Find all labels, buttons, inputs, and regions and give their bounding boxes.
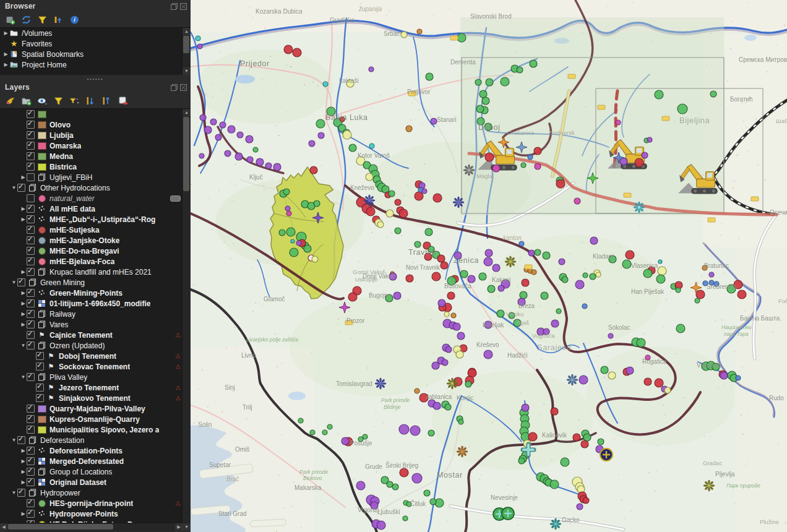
- layer-row-krupac-landfill-and-mhes-2021[interactable]: ▶Krupac landfill and mHEs 2021: [0, 267, 191, 277]
- float-panel-icon[interactable]: [171, 3, 178, 10]
- layer-row-quarry-majdan-pilva-valley[interactable]: Quarry-Majdan-Pilva-Valley: [0, 403, 191, 414]
- expand-arrow-icon[interactable]: ▶: [20, 217, 27, 222]
- layer-row-hydropower-points[interactable]: ▶Hydropower-Points: [0, 508, 191, 519]
- expand-arrow-icon[interactable]: ▶: [20, 269, 27, 275]
- layer-checkbox[interactable]: [27, 205, 35, 213]
- expand-arrow-icon[interactable]: ▼: [20, 374, 27, 380]
- browser-item-project-home[interactable]: ▶Project Home: [0, 59, 191, 70]
- expand-arrow-icon[interactable]: ▶: [20, 290, 27, 296]
- layer-checkbox[interactable]: [27, 373, 35, 381]
- add-group-button[interactable]: [21, 96, 32, 106]
- scroll-up-icon[interactable]: ▲: [183, 28, 191, 35]
- layer-checkbox[interactable]: [17, 278, 25, 286]
- layer-row-merged-deforestated[interactable]: ▶Merged-Deforestated: [0, 456, 191, 466]
- layer-checkbox[interactable]: [27, 173, 35, 181]
- layer-row-doboj-tenement[interactable]: ⚑Doboj Tenement⚠: [0, 351, 191, 361]
- layer-checkbox[interactable]: [27, 289, 35, 297]
- layer-row-deforestation[interactable]: ▼Deforestation: [0, 435, 191, 445]
- layer-checkbox[interactable]: [27, 299, 35, 307]
- layer-row-jezero-tenement[interactable]: ⚑Jezero Tenement⚠: [0, 382, 191, 393]
- expand-arrow-icon[interactable]: ▶: [20, 458, 27, 464]
- layer-row-green-mining[interactable]: ▼Green Mining: [0, 277, 191, 288]
- layer-checkbox[interactable]: [27, 331, 35, 339]
- scroll-up-icon[interactable]: ▲: [183, 109, 191, 116]
- layer-row-mhe-sutjeska[interactable]: mHE-Sutjeska: [0, 225, 191, 235]
- layer-checkbox[interactable]: [27, 247, 35, 255]
- layer-checkbox[interactable]: [27, 131, 35, 139]
- layer-row-mhe-janjske-otoke[interactable]: mHE-Janjske-Otoke: [0, 235, 191, 246]
- expand-arrow-icon[interactable]: ▶: [20, 311, 27, 317]
- layer-row-all-mhe-data[interactable]: ▶All mHE data: [0, 204, 191, 214]
- layer-checkbox[interactable]: [17, 184, 25, 192]
- scroll-thumb[interactable]: [183, 36, 189, 53]
- expand-arrow-icon[interactable]: ▶: [20, 479, 27, 485]
- layer-row-sockovac-tenement[interactable]: ⚑Sockovac Tenement⚠: [0, 361, 191, 372]
- browser-scrollbar[interactable]: ▲▼: [182, 28, 191, 75]
- expand-arrow-icon[interactable]: ▶: [20, 511, 27, 517]
- layer-checkbox[interactable]: [27, 110, 35, 118]
- layer-checkbox[interactable]: [27, 310, 35, 318]
- expand-all-button[interactable]: [85, 96, 96, 106]
- collapse-all-button[interactable]: [101, 96, 112, 106]
- expand-arrow-icon[interactable]: ▶: [20, 322, 27, 327]
- browser-item--volumes[interactable]: ▶/Volumes: [0, 28, 191, 38]
- layer-row-other-hydrolocations[interactable]: ▼Other Hydrolocations: [0, 182, 191, 193]
- layer-row-railway[interactable]: ▶Railway: [0, 309, 191, 319]
- layer-row-cajnice-tenement[interactable]: ⚑Cajnice Tenement⚠: [0, 330, 191, 340]
- layer-checkbox[interactable]: [27, 163, 35, 171]
- close-panel-icon[interactable]: [180, 3, 187, 10]
- layer-row-mhe-do-na-bregavi[interactable]: MHE-Do-na-Bregavi: [0, 246, 191, 256]
- layer-checkbox[interactable]: [27, 341, 35, 350]
- layer-checkbox[interactable]: [27, 194, 35, 202]
- scroll-left-icon[interactable]: ◀: [0, 523, 7, 531]
- expand-arrow-icon[interactable]: ▶: [20, 206, 27, 212]
- expand-arrow-icon[interactable]: ▶: [20, 469, 27, 474]
- layer-row-pliva-valley[interactable]: ▼Pliva Valley: [0, 372, 191, 382]
- scroll-thumb[interactable]: [183, 117, 189, 191]
- layer-row-original-dataset[interactable]: ▶Original Dataset: [0, 477, 191, 487]
- layer-checkbox[interactable]: [27, 478, 35, 486]
- filter-by-expression-button[interactable]: [69, 96, 80, 106]
- layer-row-municipalities-sipovo-jezero-a[interactable]: Municipalities Sipovo, Jezero a: [0, 424, 191, 435]
- expand-arrow-icon[interactable]: ▶: [2, 51, 9, 57]
- manage-themes-button[interactable]: [37, 96, 48, 106]
- filter-legend-button[interactable]: [53, 96, 64, 106]
- browser-item-favorites[interactable]: ★Favorites: [0, 38, 191, 49]
- layer-row-natural-water[interactable]: natural_water: [0, 193, 191, 204]
- panel-splitter[interactable]: ••••••: [0, 77, 191, 81]
- layer-checkbox[interactable]: [27, 415, 35, 423]
- layer-checkbox[interactable]: [27, 510, 35, 518]
- layer-row-omarska[interactable]: Omarska: [0, 140, 191, 151]
- expand-arrow-icon[interactable]: ▼: [11, 490, 17, 496]
- layer-row-group-of-locations[interactable]: ▶Group of Locations: [0, 466, 191, 477]
- scroll-down-icon[interactable]: ▼: [183, 523, 191, 531]
- layer-checkbox[interactable]: [27, 426, 35, 434]
- layer-row-ljubija[interactable]: Ljubija: [0, 130, 191, 140]
- layer-row-olovo[interactable]: Olovo: [0, 119, 191, 130]
- expand-arrow-icon[interactable]: ▶: [20, 174, 27, 180]
- layer-row-ugljevi-fbih[interactable]: ▶Ugljevi_FBiH: [0, 172, 191, 182]
- remove-layer-button[interactable]: [118, 96, 128, 106]
- layer-checkbox[interactable]: [27, 257, 35, 265]
- layer-checkbox[interactable]: [27, 215, 35, 223]
- scroll-right-icon[interactable]: ▶: [175, 523, 183, 531]
- expand-arrow-icon[interactable]: ▶: [20, 301, 27, 306]
- layer-row-vares[interactable]: ▶Vares: [0, 319, 191, 330]
- expand-arrow-icon[interactable]: ▶: [2, 62, 9, 67]
- close-panel-icon[interactable]: [180, 84, 187, 91]
- layer-row-01-litijum-1-696x450-modifie[interactable]: ▶01-litijum-1-696x450_modifie: [0, 298, 191, 309]
- layer-checkbox[interactable]: [27, 226, 35, 234]
- layer-checkbox[interactable]: [17, 436, 25, 444]
- layers-vscrollbar[interactable]: ▲▼: [182, 109, 191, 531]
- browser-item-spatial-bookmarks[interactable]: ▶Spatial Bookmarks: [0, 49, 191, 59]
- layer-row-symbol[interactable]: [0, 109, 191, 119]
- layer-row-kupres-osmanlije-quarry[interactable]: Kupres-Osmanlije-Quarry: [0, 414, 191, 424]
- properties-button[interactable]: i: [69, 15, 80, 25]
- layer-checkbox[interactable]: [27, 457, 35, 465]
- layer-checkbox[interactable]: [27, 405, 35, 413]
- layer-row-hydropower[interactable]: ▼Hydropower: [0, 487, 191, 498]
- layer-row-mhe-bjelava-foca[interactable]: mHE-Bjelava-Foca: [0, 256, 191, 267]
- layer-row-medna[interactable]: Medna: [0, 151, 191, 161]
- layers-hscrollbar[interactable]: ◀▶: [0, 523, 183, 531]
- layer-checkbox[interactable]: [27, 320, 35, 328]
